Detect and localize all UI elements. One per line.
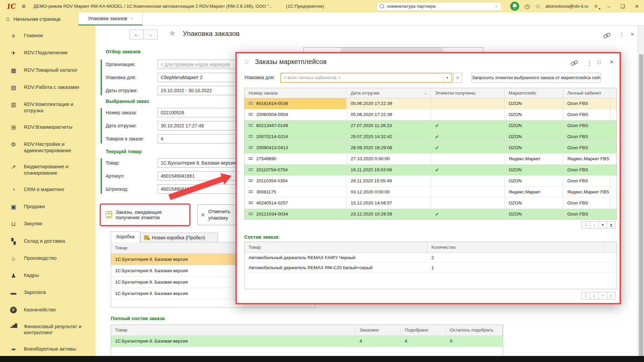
window-maximize-button[interactable]: ❏: [620, 0, 625, 12]
sidebar-item[interactable]: ▂▅█ Финансовый результат и контроллинг: [0, 318, 96, 341]
service-menu-icon[interactable]: ≡▾: [594, 3, 597, 9]
connections-rocket-icon: ✈: [9, 50, 18, 57]
tab-box[interactable]: Коробка: [111, 231, 140, 242]
pager-next-button[interactable]: ▼: [598, 221, 607, 229]
contents-row[interactable]: Автомобильный держатель REMAX FAIRY Черн…: [245, 253, 616, 263]
menu-sections-icon: ≡: [9, 33, 18, 40]
tab-home[interactable]: ⌂ Начальная страница: [0, 12, 78, 25]
sidebar-item[interactable]: ⌂ Производство: [0, 250, 96, 267]
dialog-close-icon[interactable]: ×: [610, 58, 613, 66]
main-scrollbar[interactable]: [638, 25, 644, 356]
window-minimize-button[interactable]: –: [607, 0, 610, 12]
pager-prev-button[interactable]: ▲: [590, 221, 599, 229]
order-marketplace: OZON: [505, 198, 564, 208]
1c-logo-icon: 1С: [7, 2, 16, 11]
order-number: 30081175: [256, 189, 276, 194]
sidebar-item[interactable]: ↗ Бюджетирование и планирование: [0, 159, 96, 181]
marketplace-orders-table: Номер заказа Дата отгрузки↓ Этикетки пол…: [244, 88, 617, 220]
main-menu-icon[interactable]: ≡: [22, 3, 25, 10]
sidebar-item[interactable]: ▥ RDV:Комплектация и отгрузка: [0, 96, 96, 119]
page-favorite-star-icon[interactable]: ★: [168, 28, 176, 39]
dialog-maximize-icon[interactable]: □: [598, 59, 601, 65]
notifications-bell-icon[interactable]: [510, 2, 519, 11]
tab-new-box[interactable]: Новая коробка (Пробел): [140, 233, 218, 242]
order-row[interactable]: 60181614-0538 05.06.2020 17:22:39 OZON O…: [245, 98, 616, 109]
combobox-dropdown-icon[interactable]: ▼: [443, 73, 451, 82]
row-document-icon: [249, 146, 253, 147]
sidebar-item[interactable]: ▦ RDV:Товарный каталог: [0, 62, 96, 79]
favorites-star-icon[interactable]: ☆: [535, 3, 541, 10]
treasury-icon: ₽: [10, 307, 17, 313]
tab-order-packing[interactable]: Упаковка заказов ×: [78, 12, 143, 25]
pager-next-button[interactable]: ▼: [598, 292, 607, 299]
global-search-input[interactable]: номенклатура партнера ×: [377, 2, 501, 11]
order-marketplace: OZON: [505, 165, 564, 175]
user-email[interactable]: aborovtsova@rdv-it.ru: [545, 4, 588, 9]
order-ship-date: 29.11.2020 15:05:49: [346, 176, 431, 186]
pager-last-button[interactable]: ▼: [607, 292, 615, 299]
sidebar-item[interactable]: ▤ RDV:Работа с заказами: [0, 79, 96, 96]
pager-first-button[interactable]: ▲: [582, 292, 590, 299]
orders-table-header: Номер заказа Дата отгрузки↓ Этикетки пол…: [245, 88, 616, 98]
shipping-handtruck-icon: ▥: [9, 101, 18, 108]
order-account: Яндекс.Маркет FBS: [563, 187, 610, 197]
section-filter-heading: Отбор заказов: [106, 49, 141, 54]
tab-close-icon[interactable]: ×: [130, 16, 133, 21]
sidebar-item[interactable]: ⚙ RDV:Настройки и администрирование: [0, 136, 96, 159]
dialog-link-icon[interactable]: [571, 59, 577, 67]
sidebar-item[interactable]: ◔ CRM и маркетинг: [0, 181, 96, 198]
order-row[interactable]: 20090413-0413 28.09.2020 16:29:08 ✔ OZON…: [245, 142, 616, 154]
row-document-icon: [249, 135, 253, 136]
order-row[interactable]: 20070214-0214 29.07.2020 14:32:42 ✔ OZON…: [245, 131, 616, 142]
contents-row[interactable]: Автомобильный держатель REMAX RM-C20 Бел…: [245, 263, 616, 273]
order-row[interactable]: 27548690 27.10.2020 0:00:00 Яндекс.Марке…: [245, 154, 616, 165]
sidebar-item[interactable]: ▣ Продажи: [0, 198, 96, 216]
nav-forward-button[interactable]: →: [144, 29, 158, 40]
pack-for-label: Упаковка для:: [106, 73, 157, 82]
order-marketplace: Яндекс.Маркет: [505, 187, 564, 197]
sidebar-item[interactable]: ✈ RDV:Подключения: [0, 45, 96, 62]
request-labels-button[interactable]: Запросить этикетки выбранного заказа от …: [472, 73, 601, 83]
page-link-icon[interactable]: [603, 32, 610, 40]
sidebar-item[interactable]: ≡ Главное: [0, 27, 96, 45]
order-account: Яндекс.Маркет FBS: [563, 154, 610, 164]
cancel-packing-button[interactable]: × Отменить упаковку: [197, 204, 241, 225]
pager-last-button[interactable]: ▼: [607, 221, 615, 229]
order-items-count-label: Товаров в заказе:: [106, 134, 157, 143]
contents-table-pager: ▲ ▲ ▼ ▼: [582, 292, 615, 299]
window-close-button[interactable]: ×: [635, 0, 639, 12]
sidebar-item[interactable]: ₽ Казначейство: [0, 302, 96, 318]
order-account: Ozon FBS: [563, 198, 610, 208]
search-value[interactable]: номенклатура партнера: [387, 4, 494, 9]
budgeting-chart-icon: ↗: [9, 164, 18, 171]
sidebar-item[interactable]: ⊞ RDV:Взаиморасчеты: [0, 119, 96, 136]
nav-back-button[interactable]: ←: [129, 29, 144, 40]
crm-pie-icon: ◔: [9, 186, 18, 193]
sidebar-item[interactable]: ♟ Кадры: [0, 267, 96, 284]
sidebar-item[interactable]: ⊔ Закупки: [0, 216, 96, 233]
search-clear-icon[interactable]: ×: [494, 4, 498, 9]
scrollbar-thumb[interactable]: [639, 54, 643, 356]
order-row[interactable]: 20110354-0354 29.11.2020 15:05:49 OZON O…: [245, 176, 616, 187]
dialog-pack-for-combobox[interactable]: < всех личных кабинетов > ▼: [280, 73, 452, 83]
dialog-more-icon[interactable]: ⋮: [586, 59, 592, 67]
section-bar: [101, 60, 102, 95]
sidebar-item[interactable]: ➠ Внеоборотные активы: [0, 341, 96, 356]
combobox-clear-button[interactable]: ×: [453, 73, 462, 83]
pager-first-button[interactable]: ▲: [582, 221, 590, 229]
order-row[interactable]: 30081175 03.12.2020 0:00:00 Яндекс.Марке…: [245, 187, 616, 198]
order-row[interactable]: 60213447-0149 27.07.2020 11:26:23 ✔ OZON…: [245, 120, 616, 131]
order-row[interactable]: 20110754-0754 19.11.2020 19:03:08 ✔ OZON…: [245, 165, 616, 176]
page-close-icon[interactable]: ×: [631, 31, 634, 38]
history-icon[interactable]: ◷: [525, 3, 530, 10]
order-row[interactable]: 40240514-0257 15.12.2020 14:08:57 OZON O…: [245, 198, 616, 209]
sidebar-item[interactable]: ▚ Склад и доставка: [0, 233, 96, 250]
order-row[interactable]: 20060504-0504 05.06.2020 17:22:39 OZON O…: [245, 109, 616, 120]
full-order-row[interactable]: 1С:Бухгалтерия 8. Базовая версия 4 4 0: [111, 336, 503, 347]
page-more-icon[interactable]: ⋮: [619, 31, 625, 38]
orders-awaiting-labels-button[interactable]: Заказы, ожидающие получения этикеток: [101, 204, 190, 225]
dialog-favorite-star-icon[interactable]: ☆: [244, 58, 250, 66]
sidebar-item[interactable]: ▬ Зарплата: [0, 284, 96, 301]
order-row[interactable]: 20121034-0034 23.12.2020 10:26:59 ✔ OZON…: [245, 209, 616, 220]
pager-prev-button[interactable]: ▲: [590, 292, 599, 299]
